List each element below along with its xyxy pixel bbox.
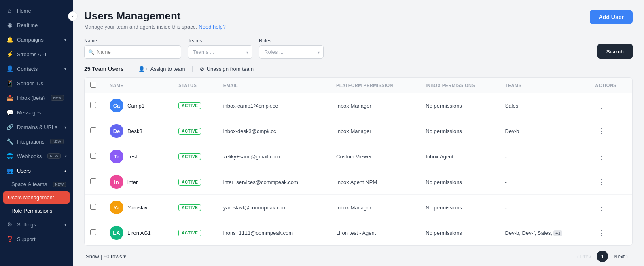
team-users-count: 25 Team Users	[84, 65, 124, 72]
new-badge: NEW	[53, 182, 66, 187]
sidebar-item-users-management[interactable]: Users Management	[3, 191, 70, 204]
teams-select[interactable]: Teams ...	[188, 45, 252, 59]
settings-icon: ⚙	[6, 221, 13, 228]
teams-cell: Dev-b	[500, 118, 590, 144]
teams-cell: Sales	[500, 93, 590, 118]
table-body: Ca Camp1 ACTIVE inbox-camp1@cmpk.cc Inbo…	[85, 93, 632, 246]
row-actions-button[interactable]: ⋮	[595, 151, 607, 162]
row-checkbox[interactable]	[90, 102, 96, 108]
status-badge: ACTIVE	[178, 230, 201, 236]
email-cell: inbox-camp1@cmpk.cc	[218, 93, 330, 118]
pagination: ‹ Prev 1 Next ›	[574, 251, 631, 262]
show-label: Show	[86, 253, 99, 260]
filters-row: Name 🔍 Teams Teams ... ▾ Roles	[84, 38, 633, 59]
sidebar-item-space-teams[interactable]: Space & teams NEW	[0, 178, 73, 190]
inbox-permissions-cell: No permissions	[420, 118, 499, 144]
sidebar-item-streams-api[interactable]: ⚡ Streams API	[0, 47, 73, 61]
sidebar-item-label: Campaigns	[17, 37, 44, 43]
avatar: Te	[110, 150, 123, 163]
col-email: Email	[218, 78, 330, 93]
next-page-button[interactable]: Next ›	[610, 252, 631, 261]
sidebar-item-label: Domains & URLs	[17, 124, 57, 130]
help-link[interactable]: Need help?	[199, 24, 226, 30]
new-badge: NEW	[51, 95, 64, 101]
page-header: Users Management Manage your team and ag…	[84, 10, 633, 30]
sidebar-collapse-button[interactable]: ‹	[68, 11, 78, 21]
main-content: Users Management Manage your team and ag…	[73, 0, 644, 266]
sidebar-item-settings[interactable]: ⚙ Settings ▾	[0, 217, 73, 232]
show-rows-selector[interactable]: Show | 50 rows ▾	[86, 253, 126, 260]
prev-page-button[interactable]: ‹ Prev	[574, 252, 595, 261]
sidebar-item-messages[interactable]: 💬 Messages	[0, 105, 73, 120]
unassign-from-team-button[interactable]: ⊘ Unassign from team	[200, 66, 254, 72]
user-name: Yaroslav	[127, 205, 148, 211]
row-checkbox[interactable]	[90, 127, 96, 133]
sidebar-item-contacts[interactable]: 👤 Contacts ▾	[0, 61, 73, 76]
sidebar-item-domains[interactable]: 🔗 Domains & URLs ▾	[0, 120, 73, 134]
row-actions-button[interactable]: ⋮	[595, 177, 607, 187]
select-all-checkbox[interactable]	[90, 82, 96, 88]
assign-to-team-button[interactable]: 👤+ Assign to team	[138, 66, 185, 72]
teams-cell: -	[500, 169, 590, 195]
inbox-permissions-cell: No permissions	[420, 169, 499, 195]
name-input[interactable]	[84, 45, 181, 59]
sidebar-item-webhooks[interactable]: 🌐 Webhooks NEW ▾	[0, 149, 73, 163]
search-icon: 🔍	[88, 49, 94, 55]
page-title: Users Management	[84, 10, 226, 22]
email-cell: inter_services@commpeak.com	[218, 169, 330, 195]
email-cell: lirons+1111@commpeak.com	[218, 220, 330, 246]
table-row: Ya Yaroslav ACTIVE yaroslavf@commpeak.co…	[85, 195, 632, 220]
chevron-up-icon: ▴	[64, 169, 66, 173]
platform-permission-cell: Liron test - Agent	[330, 220, 420, 246]
chevron-right-icon: ›	[626, 253, 628, 260]
name-cell: In inter	[110, 175, 167, 189]
platform-permission-cell: Custom Viewer	[330, 144, 420, 169]
roles-filter-group: Roles Roles ... ▾	[259, 38, 324, 59]
name-cell: De Desk3	[110, 124, 167, 138]
email-cell: yaroslavf@commpeak.com	[218, 195, 330, 220]
user-name: Test	[127, 154, 137, 160]
campaigns-icon: 🔔	[6, 36, 13, 43]
name-filter-group: Name 🔍	[84, 38, 181, 59]
col-status: Status	[173, 78, 217, 93]
roles-select[interactable]: Roles ...	[259, 45, 324, 59]
row-actions-button[interactable]: ⋮	[595, 100, 607, 111]
sidebar-item-label: Realtime	[17, 22, 38, 28]
col-platform-permission: Platform Permission	[330, 78, 420, 93]
sidebar-item-role-permissions[interactable]: Role Permissions	[0, 205, 73, 217]
row-checkbox[interactable]	[90, 204, 96, 210]
row-actions-button[interactable]: ⋮	[595, 126, 607, 136]
sidebar-item-label: Webhooks	[17, 153, 42, 159]
inbox-permissions-cell: No permissions	[420, 93, 499, 118]
chevron-down-icon: ▾	[64, 125, 66, 129]
sidebar-item-realtime[interactable]: ◉ Realtime	[0, 18, 73, 32]
page-subtitle: Manage your team and agents inside this …	[84, 24, 226, 30]
chevron-down-icon: ▾	[64, 38, 66, 42]
row-actions-button[interactable]: ⋮	[595, 202, 607, 213]
row-actions-button[interactable]: ⋮	[595, 228, 607, 238]
sidebar-item-integrations[interactable]: 🔧 Integrations NEW	[0, 134, 73, 149]
row-checkbox[interactable]	[90, 178, 96, 184]
user-name: inter	[127, 179, 138, 185]
search-button[interactable]: Search	[597, 44, 633, 59]
add-user-button[interactable]: Add User	[590, 10, 633, 24]
sidebar-item-label: Users	[17, 168, 31, 174]
sidebar-item-inbox[interactable]: 📥 Inbox (beta) NEW	[0, 91, 73, 105]
messages-icon: 💬	[6, 109, 13, 116]
teams-cell: -	[500, 195, 590, 220]
sidebar-item-sender-ids[interactable]: 📱 Sender IDs	[0, 76, 73, 91]
table-footer: Show | 50 rows ▾ ‹ Prev 1 Next ›	[84, 246, 633, 262]
teams-filter-label: Teams	[188, 38, 252, 44]
support-icon: ❓	[6, 236, 13, 242]
sidebar-item-home[interactable]: ⌂ Home	[0, 3, 73, 18]
sidebar-item-support[interactable]: ❓ Support	[0, 232, 73, 246]
sidebar-item-users[interactable]: 👥 Users ▴	[0, 163, 73, 178]
user-name: Liron AG1	[127, 230, 151, 236]
row-checkbox[interactable]	[90, 153, 96, 159]
status-badge: ACTIVE	[178, 128, 201, 135]
row-checkbox[interactable]	[90, 229, 96, 235]
sidebar-sub-item-label: Role Permissions	[11, 208, 52, 214]
sidebar-item-campaigns[interactable]: 🔔 Campaigns ▾	[0, 32, 73, 47]
sidebar-item-label: Integrations	[17, 139, 44, 145]
roles-filter-label: Roles	[259, 38, 324, 44]
